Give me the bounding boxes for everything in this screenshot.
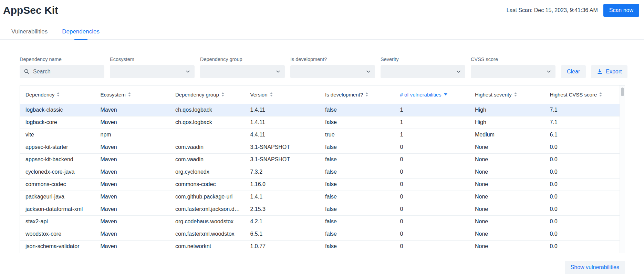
column-header[interactable]: Version [245,92,320,98]
table-row[interactable]: cyclonedx-core-javaMavenorg.cyclonedx7.3… [20,166,625,178]
table-cell: 0.0 [544,181,620,187]
table-cell: None [469,243,544,249]
search-field[interactable] [20,65,104,78]
cvss-score-select[interactable] [471,65,555,78]
table-cell: Maven [95,231,170,237]
table-cell: Maven [95,156,170,163]
chevron-down-icon [185,69,190,74]
table-cell: commons-codec [20,181,95,187]
table-cell: false [320,243,395,249]
table-row[interactable]: vitenpm4.4.11true1Medium6.1 [20,129,625,141]
table-cell: 0 [395,156,470,163]
table-cell: packageurl-java [20,194,95,200]
table-cell: 0 [395,144,470,150]
column-header[interactable]: Dependency group [170,92,245,98]
table-row[interactable]: packageurl-javaMavencom.github.package-u… [20,191,625,203]
sort-icon [444,93,447,95]
column-header[interactable]: Dependency [20,92,95,98]
column-header[interactable]: # of vulnerabilities [395,92,470,98]
last-scan-text: Last Scan: Dec 15, 2023, 9:41:36 AM [507,7,598,13]
filter-bar: Dependency name Ecosystem Dependency gro… [20,57,625,78]
search-input[interactable] [32,68,100,75]
table-row[interactable]: logback-coreMavench.qos.logback1.4.11fal… [20,116,625,129]
chevron-down-icon [456,69,461,74]
table-cell: 0 [395,218,470,225]
table-cell: 1.4.11 [245,119,320,125]
table-cell: appsec-kit-backend [20,156,95,163]
severity-select[interactable] [381,65,465,78]
table-cell: org.cyclonedx [170,169,245,175]
clear-button[interactable]: Clear [561,65,586,78]
table-cell: false [320,169,395,175]
table-row[interactable]: jackson-dataformat-xmlMavencom.fasterxml… [20,203,625,215]
column-header[interactable]: Highest CVSS score [544,92,620,98]
table-cell: None [469,218,544,225]
table-cell: None [469,156,544,163]
table-row[interactable]: appsec-kit-backendMavencom.vaadin3.1-SNA… [20,153,625,166]
table-cell: Maven [95,144,170,150]
sort-icon [514,92,517,96]
download-icon [597,69,603,74]
table-cell: Maven [95,206,170,212]
scrollbar-thumb[interactable] [621,88,624,96]
table-cell: 1.16.0 [245,181,320,187]
vertical-scrollbar[interactable] [620,85,625,253]
sort-icon [365,92,368,96]
table-cell: 1.4.11 [245,107,320,113]
table-row[interactable]: commons-codecMavencommons-codec1.16.0fal… [20,178,625,191]
table-cell: ch.qos.logback [170,119,245,125]
table-cell: jackson-dataformat-xml [20,206,95,212]
table-cell: false [320,107,395,113]
column-header-label: Ecosystem [101,92,126,98]
table-header-row: DependencyEcosystemDependency groupVersi… [20,85,625,104]
table-cell: 1 [395,107,470,113]
sort-icon [128,92,131,96]
table-cell: logback-core [20,119,95,125]
show-vulnerabilities-label: Show vulnerabilities [571,265,619,270]
filter-label: Dependency name [20,57,104,62]
column-header-label: Version [250,92,268,98]
table-cell: vite [20,132,95,138]
sort-icon [599,92,602,96]
scan-now-button[interactable]: Scan now [603,4,639,17]
filter-cvss-score: CVSS score [471,57,555,78]
show-vulnerabilities-button[interactable]: Show vulnerabilities [565,261,625,274]
tab-dependencies[interactable]: Dependencies [56,26,105,39]
table-cell: org.codehaus.woodstox [170,218,245,225]
table-cell: 1 [395,119,470,125]
table-row[interactable]: logback-classicMavench.qos.logback1.4.11… [20,104,625,116]
table-cell: 3.1-SNAPSHOT [245,144,320,150]
table-cell: json-schema-validator [20,243,95,249]
table-cell: 1.4.1 [245,194,320,200]
table-cell: logback-classic [20,107,95,113]
column-header[interactable]: Ecosystem [95,92,170,98]
export-button[interactable]: Export [591,65,627,78]
app-header: AppSec Kit Last Scan: Dec 15, 2023, 9:41… [0,0,644,17]
dependency-group-select[interactable] [200,65,285,78]
table-row[interactable]: json-schema-validatorMavencom.networknt1… [20,240,625,253]
table-cell: false [320,144,395,150]
table-cell: Maven [95,107,170,113]
tab-vulnerabilities[interactable]: Vulnerabilities [6,26,53,39]
table-cell: 0.0 [544,169,620,175]
ecosystem-select[interactable] [110,65,195,78]
column-header-label: Highest CVSS score [550,92,597,98]
table-row[interactable]: woodstox-coreMavencom.fasterxml.woodstox… [20,228,625,240]
table-cell: stax2-api [20,218,95,225]
column-header[interactable]: Highest severity [469,92,544,98]
table-cell: 0.0 [544,144,620,150]
table-cell: com.github.package-url [170,194,245,200]
table-cell: 7.3.2 [245,169,320,175]
export-button-label: Export [606,69,622,74]
table-cell: None [469,194,544,200]
table-cell: 0 [395,206,470,212]
column-header[interactable]: Is development? [320,92,395,98]
table-cell: None [469,231,544,237]
table-row[interactable]: appsec-kit-starterMavencom.vaadin3.1-SNA… [20,141,625,153]
is-development-select[interactable] [290,65,375,78]
clear-button-label: Clear [567,69,580,74]
filter-ecosystem: Ecosystem [110,57,195,78]
table-cell: 0 [395,194,470,200]
table-row[interactable]: stax2-apiMavenorg.codehaus.woodstox4.2.1… [20,215,625,228]
table-cell: Maven [95,194,170,200]
